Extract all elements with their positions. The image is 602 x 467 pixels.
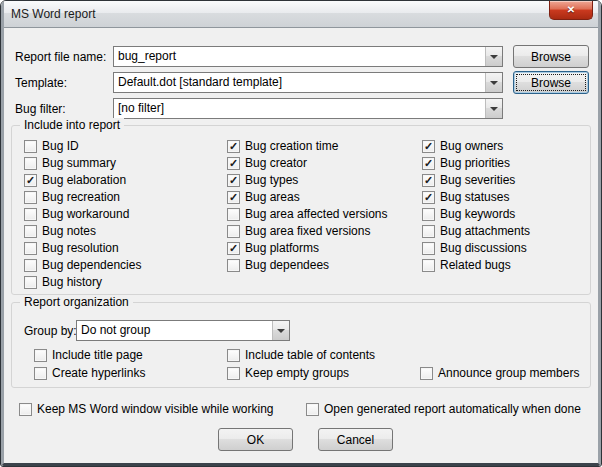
checkbox-open-generated-report-automatically-when-done[interactable]: Open generated report automatically when… — [306, 403, 581, 416]
checkbox-bug-history[interactable]: Bug history — [24, 276, 141, 289]
report-file-browse-button[interactable]: Browse — [513, 45, 589, 68]
checkbox-include-table-of-contents[interactable]: Include table of contents — [227, 349, 375, 362]
checkbox-announce-group-members[interactable]: Announce group members — [420, 367, 579, 380]
unchecked-checkbox-icon[interactable] — [422, 225, 435, 238]
unchecked-checkbox-icon[interactable] — [227, 225, 240, 238]
checked-checkbox-icon[interactable]: ✓ — [422, 191, 435, 204]
checkbox-create-hyperlinks[interactable]: Create hyperlinks — [34, 367, 145, 380]
titlebar[interactable]: MS Word report ✕ — [1, 1, 601, 28]
checkbox-label: Bug history — [42, 276, 102, 289]
report-file-name-combobox[interactable]: bug_report — [113, 46, 503, 67]
checkbox-bug-summary[interactable]: Bug summary — [24, 157, 141, 170]
checked-checkbox-icon[interactable]: ✓ — [422, 157, 435, 170]
include-column-1: Bug IDBug summary✓Bug elaborationBug rec… — [24, 140, 141, 289]
group-by-combobox[interactable]: Do not group — [76, 320, 290, 341]
unchecked-checkbox-icon[interactable] — [227, 259, 240, 272]
checkbox-bug-platforms[interactable]: ✓Bug platforms — [227, 242, 388, 255]
unchecked-checkbox-icon[interactable] — [306, 403, 319, 416]
checkbox-bug-creator[interactable]: ✓Bug creator — [227, 157, 388, 170]
checkbox-bug-dependees[interactable]: Bug dependees — [227, 259, 388, 272]
checkbox-bug-notes[interactable]: Bug notes — [24, 225, 141, 238]
checked-checkbox-icon[interactable]: ✓ — [422, 174, 435, 187]
checkbox-bug-area-fixed-versions[interactable]: Bug area fixed versions — [227, 225, 388, 238]
checked-checkbox-icon[interactable]: ✓ — [227, 140, 240, 153]
checked-checkbox-icon[interactable]: ✓ — [24, 174, 37, 187]
checked-checkbox-icon[interactable]: ✓ — [227, 191, 240, 204]
checkbox-bug-owners[interactable]: ✓Bug owners — [422, 140, 530, 153]
checkbox-label: Bug statuses — [440, 191, 509, 204]
checkbox-bug-attachments[interactable]: Bug attachments — [422, 225, 530, 238]
close-button[interactable]: ✕ — [549, 1, 593, 20]
checkbox-label: Keep empty groups — [245, 367, 349, 380]
bug-filter-combobox[interactable]: [no filter] — [113, 98, 503, 119]
unchecked-checkbox-icon[interactable] — [422, 208, 435, 221]
unchecked-checkbox-icon[interactable] — [24, 140, 37, 153]
template-combobox[interactable]: Default.dot [standard template] — [113, 72, 503, 93]
checkbox-label: Bug area affected versions — [245, 208, 388, 221]
unchecked-checkbox-icon[interactable] — [227, 349, 240, 362]
checkbox-label: Bug area fixed versions — [245, 225, 370, 238]
checkbox-bug-resolution[interactable]: Bug resolution — [24, 242, 141, 255]
unchecked-checkbox-icon[interactable] — [420, 367, 433, 380]
checkbox-bug-areas[interactable]: ✓Bug areas — [227, 191, 388, 204]
unchecked-checkbox-icon[interactable] — [227, 367, 240, 380]
dropdown-arrow-icon[interactable] — [485, 99, 502, 118]
checkbox-bug-priorities[interactable]: ✓Bug priorities — [422, 157, 530, 170]
template-value: Default.dot [standard template] — [114, 73, 485, 92]
checkbox-bug-workaround[interactable]: Bug workaround — [24, 208, 141, 221]
checkbox-label: Bug resolution — [42, 242, 119, 255]
checkbox-label: Bug ID — [42, 140, 79, 153]
checkbox-label: Bug creation time — [245, 140, 338, 153]
unchecked-checkbox-icon[interactable] — [19, 403, 32, 416]
checkbox-label: Bug keywords — [440, 208, 515, 221]
checkbox-label: Bug workaround — [42, 208, 129, 221]
cancel-button[interactable]: Cancel — [318, 428, 393, 451]
checkbox-bug-statuses[interactable]: ✓Bug statuses — [422, 191, 530, 204]
report-organization-title: Report organization — [20, 295, 133, 309]
checkbox-include-title-page[interactable]: Include title page — [34, 349, 145, 362]
unchecked-checkbox-icon[interactable] — [227, 208, 240, 221]
checkbox-bug-id[interactable]: Bug ID — [24, 140, 141, 153]
checked-checkbox-icon[interactable]: ✓ — [227, 157, 240, 170]
template-browse-button[interactable]: Browse — [513, 71, 589, 94]
unchecked-checkbox-icon[interactable] — [422, 242, 435, 255]
unchecked-checkbox-icon[interactable] — [34, 367, 47, 380]
unchecked-checkbox-icon[interactable] — [24, 157, 37, 170]
dropdown-arrow-icon[interactable] — [485, 73, 502, 92]
checkbox-label: Related bugs — [440, 259, 511, 272]
misc-options-row: Keep MS Word window visible while workin… — [19, 403, 581, 416]
unchecked-checkbox-icon[interactable] — [422, 259, 435, 272]
unchecked-checkbox-icon[interactable] — [24, 208, 37, 221]
checkbox-label: Include title page — [52, 349, 143, 362]
checkbox-label: Bug priorities — [440, 157, 510, 170]
include-into-report-title: Include into report — [20, 118, 124, 132]
checkbox-bug-types[interactable]: ✓Bug types — [227, 174, 388, 187]
unchecked-checkbox-icon[interactable] — [24, 191, 37, 204]
include-column-3: ✓Bug owners✓Bug priorities✓Bug severitie… — [422, 140, 530, 272]
checkbox-bug-keywords[interactable]: Bug keywords — [422, 208, 530, 221]
checked-checkbox-icon[interactable]: ✓ — [227, 174, 240, 187]
unchecked-checkbox-icon[interactable] — [24, 225, 37, 238]
ok-button[interactable]: OK — [218, 428, 293, 451]
checkbox-bug-severities[interactable]: ✓Bug severities — [422, 174, 530, 187]
checkbox-bug-dependencies[interactable]: Bug dependencies — [24, 259, 141, 272]
checkbox-bug-discussions[interactable]: Bug discussions — [422, 242, 530, 255]
checkbox-label: Bug platforms — [245, 242, 319, 255]
unchecked-checkbox-icon[interactable] — [24, 242, 37, 255]
checkbox-label: Open generated report automatically when… — [324, 403, 581, 416]
unchecked-checkbox-icon[interactable] — [24, 259, 37, 272]
dropdown-arrow-icon[interactable] — [485, 47, 502, 66]
checkbox-keep-empty-groups[interactable]: Keep empty groups — [227, 367, 375, 380]
unchecked-checkbox-icon[interactable] — [34, 349, 47, 362]
checked-checkbox-icon[interactable]: ✓ — [227, 242, 240, 255]
checkbox-bug-recreation[interactable]: Bug recreation — [24, 191, 141, 204]
checkbox-keep-ms-word-window-visible-while-working[interactable]: Keep MS Word window visible while workin… — [19, 403, 306, 416]
unchecked-checkbox-icon[interactable] — [24, 276, 37, 289]
checkbox-bug-area-affected-versions[interactable]: Bug area affected versions — [227, 208, 388, 221]
bug-filter-label: Bug filter: — [15, 102, 66, 116]
checkbox-bug-creation-time[interactable]: ✓Bug creation time — [227, 140, 388, 153]
dropdown-arrow-icon[interactable] — [272, 321, 289, 340]
checkbox-bug-elaboration[interactable]: ✓Bug elaboration — [24, 174, 141, 187]
checked-checkbox-icon[interactable]: ✓ — [422, 140, 435, 153]
checkbox-related-bugs[interactable]: Related bugs — [422, 259, 530, 272]
